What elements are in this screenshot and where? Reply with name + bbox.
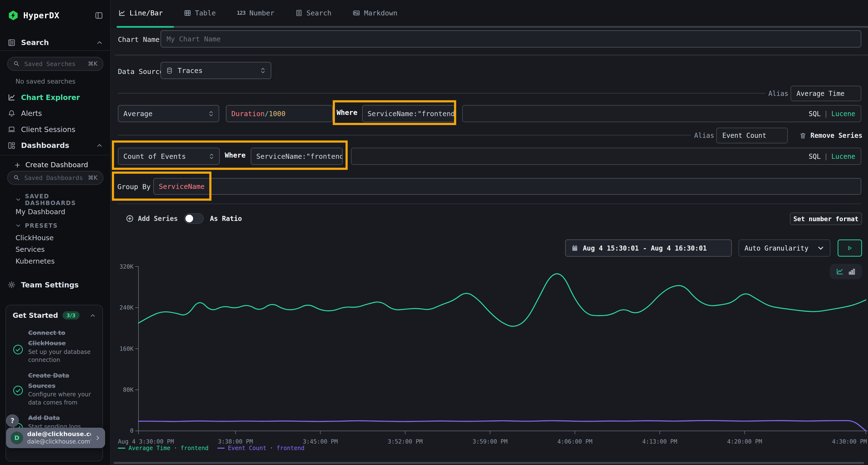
sidebar-item-my-dashboard[interactable]: My Dashboard [0, 207, 111, 217]
user-menu[interactable]: D dale@clickhouse.com dale@clickhouse.co… [6, 428, 105, 448]
legend-item-average-time[interactable]: Average Time · frontend [118, 445, 209, 452]
series2-query-language-box: SQL | Lucene [351, 148, 862, 165]
y-tick-label: 80K [123, 387, 133, 393]
help-button[interactable]: ? [6, 414, 19, 427]
lucene-toggle[interactable]: Lucene [831, 153, 856, 160]
sidebar-item-kubernetes[interactable]: Kubernetes [0, 256, 111, 266]
nav-label: Alerts [21, 109, 42, 118]
chart-name-input[interactable] [161, 30, 862, 47]
legend-item-event-count[interactable]: Event Count · frontend [217, 445, 305, 452]
chart-name-label: Chart Name [118, 35, 160, 44]
time-range-input[interactable]: Aug 4 15:30:01 - Aug 4 16:30:01 [565, 239, 732, 257]
plus-icon: + [14, 161, 21, 169]
x-tick-label: 4:06:00 PM [557, 438, 592, 445]
saved-dashboards-group[interactable]: SAVED DASHBOARDS [0, 195, 111, 204]
series1-alias-input[interactable] [790, 86, 862, 101]
series2-alias-input[interactable] [716, 128, 788, 143]
chevron-up-icon[interactable] [90, 312, 96, 319]
brand-row: HyperDX [0, 8, 111, 23]
hyperdx-logo-icon [8, 10, 19, 21]
saved-searches-input[interactable]: ⌘K [7, 57, 103, 71]
calendar-icon [571, 244, 579, 252]
series2-aggfn-select[interactable]: Count of Events [118, 148, 220, 165]
series2-where-field[interactable]: ServiceName:"frontend" [251, 148, 343, 165]
series-line-average-time [138, 274, 866, 326]
database-icon [166, 67, 173, 74]
series1-where-field[interactable]: ServiceName:"frontend" [362, 105, 456, 122]
chevron-down-icon [817, 244, 824, 252]
lucene-toggle[interactable]: Lucene [831, 110, 856, 118]
data-source-select[interactable]: Traces [161, 62, 271, 79]
get-started-item[interactable]: Connect to ClickHouse Set up your databa… [6, 323, 102, 364]
series-line-event-count [138, 421, 866, 431]
x-tick-label: 4:20:00 PM [727, 438, 762, 445]
add-series-button[interactable]: Add Series [126, 214, 178, 223]
tab-markdown[interactable]: Markdown [352, 9, 397, 17]
y-tick-label: 320K [119, 263, 133, 270]
series-options-row: Add Series As Ratio [126, 212, 242, 225]
tab-table[interactable]: Table [184, 9, 216, 17]
active-tab-indicator [117, 26, 174, 28]
question-icon: ? [10, 417, 14, 425]
divider [118, 135, 691, 135]
sidebar-section-search[interactable]: Search [0, 35, 111, 50]
sidebar-item-clickhouse[interactable]: ClickHouse [0, 233, 111, 243]
view-tabbar: Line/Bar Table 123 Number Search [111, 0, 868, 28]
shortcut-hint: ⌘K [88, 61, 97, 67]
group-by-field[interactable]: ServiceName [153, 178, 861, 195]
sidebar-item-client-sessions[interactable]: Client Sessions [0, 123, 111, 136]
saved-dashboards-input[interactable]: ⌘K [7, 171, 103, 185]
search-icon [13, 61, 20, 67]
divider [118, 93, 765, 94]
sidebar: HyperDX Search ⌘K No saved searches [0, 0, 111, 465]
presets-group[interactable]: PRESETS [0, 221, 111, 231]
sql-toggle[interactable]: SQL [809, 110, 821, 118]
legend-swatch [217, 447, 225, 449]
dashboards-icon [8, 142, 16, 150]
nav-label: Client Sessions [21, 125, 75, 134]
panel-collapse-icon[interactable] [95, 11, 103, 20]
x-tick-label: 4:30:00 PM [832, 438, 867, 445]
data-source-label: Data Source [118, 67, 164, 76]
table-icon [184, 9, 191, 16]
saved-searches-field[interactable] [23, 60, 85, 68]
sidebar-item-alerts[interactable]: Alerts [0, 107, 111, 120]
divider [0, 51, 111, 51]
get-started-item[interactable]: Create Data Sources Configure where your… [6, 364, 102, 407]
section-label: Team Settings [21, 281, 79, 289]
laptop-icon [8, 126, 16, 133]
sidebar-item-team-settings[interactable]: Team Settings [0, 278, 111, 292]
sql-toggle[interactable]: SQL [809, 153, 821, 160]
divider [115, 55, 868, 55]
series1-expression-field[interactable]: Duration/1000 [226, 105, 333, 122]
as-ratio-toggle[interactable] [184, 213, 204, 224]
chart-legend: Average Time · frontend Event Count · fr… [118, 445, 305, 452]
tab-line-bar[interactable]: Line/Bar [118, 9, 163, 17]
granularity-select[interactable]: Auto Granularity [739, 239, 830, 257]
divider [118, 204, 861, 204]
updown-chevrons-icon [260, 67, 266, 74]
timeseries-chart[interactable]: 080K160K240K320KAug 4 3:30:00 PM3:38:00 … [114, 260, 868, 451]
run-query-button[interactable] [838, 239, 862, 257]
sidebar-item-chart-explorer[interactable]: Chart Explorer [0, 91, 111, 104]
set-number-format-button[interactable]: Set number format [790, 212, 862, 225]
horizontal-scrollbar[interactable] [114, 462, 864, 464]
tab-underline [117, 26, 868, 28]
user-email: dale@clickhouse.com [27, 430, 91, 438]
series2-where-label: Where [225, 151, 245, 159]
x-tick-label: 3:45:00 PM [303, 438, 338, 445]
create-dashboard-button[interactable]: + Create Dashboard [0, 160, 111, 170]
saved-dashboards-field[interactable] [23, 174, 85, 182]
chevron-up-icon[interactable] [96, 39, 103, 46]
tab-number[interactable]: 123 Number [237, 9, 274, 17]
app-window: HyperDX Search ⌘K No saved searches [0, 0, 868, 465]
chevron-up-icon[interactable] [96, 142, 103, 149]
sidebar-item-services[interactable]: Services [0, 244, 111, 255]
remove-series-button[interactable]: Remove Series [799, 132, 863, 139]
sidebar-section-dashboards[interactable]: Dashboards [0, 139, 111, 152]
get-started-title: Get Started [13, 311, 58, 320]
series1-aggfn-select[interactable]: Average [118, 105, 219, 122]
list-icon [296, 9, 303, 16]
tab-search[interactable]: Search [296, 9, 332, 17]
user-subtitle: dale@clickhouse.com's [27, 438, 91, 445]
